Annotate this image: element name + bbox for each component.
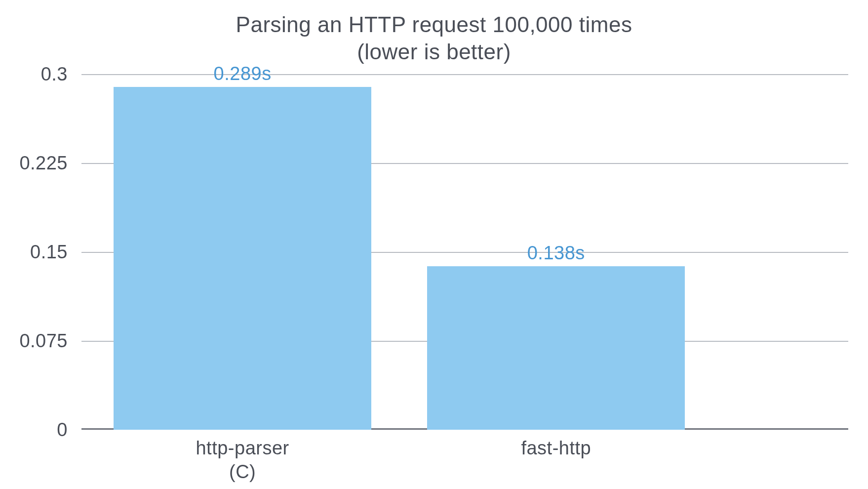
ytick-label: 0 <box>57 419 81 441</box>
ytick-label: 0.225 <box>19 153 81 174</box>
ytick-label: 0.3 <box>41 64 81 85</box>
xtick-label: fast-http <box>427 430 685 460</box>
title-line-2: (lower is better) <box>357 40 511 64</box>
ytick-label: 0.075 <box>19 330 81 352</box>
plot-area: 0.3 0.225 0.15 0.075 0 0.289s 0.138s htt… <box>81 74 848 430</box>
bar-http-parser: 0.289s <box>114 87 371 430</box>
bar-fast-http: 0.138s <box>427 266 685 430</box>
bar-value-label: 0.289s <box>114 63 371 84</box>
xtick-label: http-parser(C) <box>114 430 371 484</box>
ytick-label: 0.15 <box>30 242 81 263</box>
bar-value-label: 0.138s <box>427 243 685 264</box>
title-line-1: Parsing an HTTP request 100,000 times <box>236 12 632 37</box>
chart-title: Parsing an HTTP request 100,000 times (l… <box>0 0 868 65</box>
